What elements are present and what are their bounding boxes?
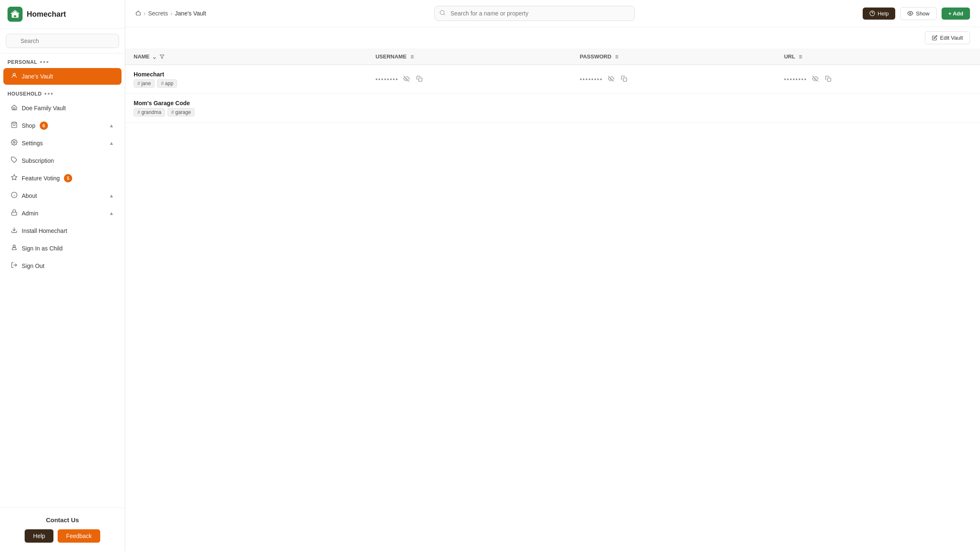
contact-help-button[interactable]: Help (25, 529, 53, 543)
gear-icon (11, 139, 18, 147)
contact-us-section: Contact Us Help Feedback (0, 508, 125, 551)
breadcrumb-sep-1: › (144, 10, 146, 17)
sidebar-item-admin[interactable]: Admin ▲ (3, 205, 122, 222)
settings-chevron: ▲ (109, 140, 114, 146)
shop-icon (11, 121, 18, 130)
svg-rect-39 (419, 78, 422, 81)
main-search-wrap (434, 6, 635, 21)
main-search-input[interactable] (434, 6, 635, 21)
table-row: Mom's Garage Code #grandma #garage (125, 94, 980, 123)
sidebar-item-subscription[interactable]: Subscription (3, 152, 122, 169)
help-label: Help (878, 10, 889, 17)
entry-name: Mom's Garage Code (134, 100, 359, 106)
vault-toolbar: Edit Vault (125, 27, 980, 48)
breadcrumb-home-icon[interactable] (135, 10, 141, 17)
entry-tags: #jane #app (134, 79, 359, 88)
contact-feedback-button[interactable]: Feedback (58, 529, 100, 543)
sidebar-item-about[interactable]: About ▲ (3, 187, 122, 204)
password-copy[interactable] (619, 75, 629, 84)
url-field: •••••••• (784, 75, 972, 84)
tag-garage[interactable]: #garage (167, 108, 195, 116)
breadcrumb-current: Jane's Vault (175, 10, 206, 17)
sidebar-item-settings[interactable]: Settings ▲ (3, 135, 122, 152)
sidebar-item-sign-out[interactable]: Sign Out (3, 258, 122, 274)
row-name-cell: Homechart #jane #app (125, 65, 367, 94)
personal-menu-dots[interactable]: ••• (40, 58, 49, 66)
url-masked: •••••••• (784, 76, 807, 83)
sidebar-search-input[interactable] (6, 34, 119, 48)
about-chevron: ▲ (109, 193, 114, 199)
tag-app[interactable]: #app (157, 79, 177, 88)
feature-voting-badge: 5 (64, 174, 72, 182)
col-name[interactable]: NAME (125, 48, 367, 65)
row-username-cell: •••••••• (367, 65, 571, 94)
username-toggle-visibility[interactable] (402, 75, 411, 84)
sidebar-item-install-homechart[interactable]: Install Homechart (3, 222, 122, 239)
row-url-cell (776, 94, 980, 123)
edit-vault-button[interactable]: Edit Vault (925, 31, 970, 44)
breadcrumb-sep-2: › (170, 10, 172, 17)
row-name-cell: Mom's Garage Code #grandma #garage (125, 94, 367, 123)
svg-point-5 (13, 142, 15, 143)
sidebar-item-label: Sign In as Child (22, 245, 63, 252)
download-icon (11, 227, 18, 235)
url-copy[interactable] (823, 75, 833, 84)
contact-us-title: Contact Us (8, 516, 117, 523)
topbar-search-container (213, 6, 856, 21)
svg-point-15 (440, 10, 444, 15)
svg-point-13 (13, 245, 15, 247)
row-password-cell (571, 94, 775, 123)
shop-chevron: ▲ (109, 123, 114, 129)
breadcrumb-secrets[interactable]: Secrets (148, 10, 168, 17)
svg-point-18 (910, 13, 912, 14)
main-search-icon (439, 10, 446, 17)
info-icon (11, 192, 18, 200)
password-masked: •••••••• (580, 76, 603, 83)
show-label: Show (916, 10, 929, 17)
col-username[interactable]: USERNAME (367, 48, 571, 65)
sidebar: Homechart PERSONAL ••• Jane's Vault HOUS… (0, 0, 125, 551)
col-url[interactable]: URL (776, 48, 980, 65)
sidebar-item-label: Sign Out (22, 263, 44, 269)
shop-badge: 6 (40, 121, 48, 130)
star-icon (11, 174, 18, 182)
sidebar-item-label: About (22, 192, 37, 199)
username-copy[interactable] (415, 75, 424, 84)
sidebar-item-label: Doe Family Vault (22, 105, 66, 111)
col-password[interactable]: PASSWORD (571, 48, 775, 65)
household-section-header: HOUSEHOLD ••• (0, 85, 125, 99)
sidebar-item-label: Admin (22, 210, 38, 217)
table-row: Homechart #jane #app •••••••• (125, 65, 980, 94)
lock-icon (11, 209, 18, 217)
app-name: Homechart (27, 10, 66, 19)
sidebar-item-sign-in-as-child[interactable]: Sign In as Child (3, 240, 122, 257)
sidebar-item-shop[interactable]: Shop 6 ▲ (3, 117, 122, 134)
username-masked: •••••••• (375, 76, 398, 83)
topbar-actions: Help Show + Add (863, 7, 970, 20)
tag-icon (11, 157, 18, 165)
sidebar-item-janes-vault[interactable]: Jane's Vault (3, 68, 122, 85)
svg-point-2 (13, 73, 15, 76)
tag-jane[interactable]: #jane (134, 79, 154, 88)
home-icon (11, 104, 18, 112)
entry-name: Homechart (134, 71, 359, 78)
sidebar-item-feature-voting[interactable]: Feature Voting 5 (3, 170, 122, 187)
svg-rect-11 (12, 212, 17, 215)
household-menu-dots[interactable]: ••• (44, 90, 54, 98)
show-button[interactable]: Show (900, 7, 937, 20)
vault-table: NAME USERNAME (125, 48, 980, 123)
admin-chevron: ▲ (109, 210, 114, 216)
password-toggle-visibility[interactable] (606, 75, 616, 84)
sidebar-item-doe-family-vault[interactable]: Doe Family Vault (3, 100, 122, 116)
edit-vault-label: Edit Vault (940, 35, 963, 41)
help-button[interactable]: Help (863, 8, 896, 20)
add-button[interactable]: + Add (942, 8, 970, 20)
svg-marker-19 (160, 55, 164, 58)
svg-rect-41 (623, 78, 626, 81)
url-toggle-visibility[interactable] (810, 75, 820, 84)
svg-rect-43 (828, 78, 831, 81)
row-username-cell (367, 94, 571, 123)
sidebar-item-label: Feature Voting (22, 175, 60, 182)
tag-grandma[interactable]: #grandma (134, 108, 165, 116)
password-field: •••••••• (580, 75, 767, 84)
